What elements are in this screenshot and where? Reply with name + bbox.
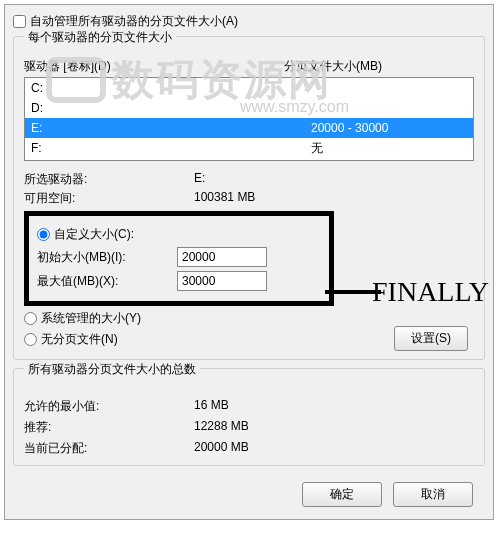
per-drive-group: 每个驱动器的分页文件大小 驱动器 [卷标](D) 分页文件大小(MB) C: D… [13,36,485,360]
recommended-label: 推荐: [24,419,194,436]
list-item[interactable]: C: [25,78,473,98]
cancel-button[interactable]: 取消 [393,482,473,507]
no-pagefile-radio[interactable] [24,333,37,346]
list-item[interactable]: F: 无 [25,138,473,158]
totals-group: 所有驱动器分页文件大小的总数 允许的最小值: 16 MB 推荐: 12288 M… [13,368,485,466]
min-allowed-label: 允许的最小值: [24,398,194,415]
current-alloc-label: 当前已分配: [24,440,194,457]
custom-size-label: 自定义大小(C): [54,226,134,243]
auto-manage-label: 自动管理所有驱动器的分页文件大小(A) [30,13,238,30]
selected-drive-label: 所选驱动器: [24,171,194,188]
drive-listbox[interactable]: C: D: E: 20000 - 30000 F: 无 [24,77,474,161]
no-pagefile-label: 无分页文件(N) [41,331,118,348]
system-managed-radio[interactable] [24,312,37,325]
drive-letter: E: [31,119,311,137]
annotation-text: FINALLY [372,276,489,308]
auto-manage-checkbox[interactable] [13,15,26,28]
drive-letter: D: [31,99,311,117]
initial-size-input[interactable] [177,247,267,267]
max-size-input[interactable] [177,271,267,291]
totals-legend: 所有驱动器分页文件大小的总数 [24,361,200,378]
system-managed-label: 系统管理的大小(Y) [41,310,141,327]
ok-button[interactable]: 确定 [302,482,382,507]
available-space-label: 可用空间: [24,190,194,207]
set-button[interactable]: 设置(S) [394,326,468,351]
column-pagefile-header: 分页文件大小(MB) [284,58,382,75]
custom-size-highlight: 自定义大小(C): 初始大小(MB)(I): 最大值(MB)(X): [24,211,334,306]
custom-size-radio[interactable] [37,228,50,241]
drive-value: 20000 - 30000 [311,119,388,137]
column-drive-header: 驱动器 [卷标](D) [24,58,284,75]
initial-size-label: 初始大小(MB)(I): [37,249,177,266]
virtual-memory-dialog: 自动管理所有驱动器的分页文件大小(A) 每个驱动器的分页文件大小 驱动器 [卷标… [4,4,494,520]
per-drive-legend: 每个驱动器的分页文件大小 [24,29,176,46]
max-size-label: 最大值(MB)(X): [37,273,177,290]
current-alloc-value: 20000 MB [194,440,249,457]
list-item[interactable]: D: [25,98,473,118]
drive-letter: F: [31,139,311,157]
recommended-value: 12288 MB [194,419,249,436]
selected-drive-value: E: [194,171,205,188]
drive-value: 无 [311,139,323,157]
min-allowed-value: 16 MB [194,398,229,415]
drive-letter: C: [31,79,311,97]
available-space-value: 100381 MB [194,190,255,207]
list-item[interactable]: E: 20000 - 30000 [25,118,473,138]
